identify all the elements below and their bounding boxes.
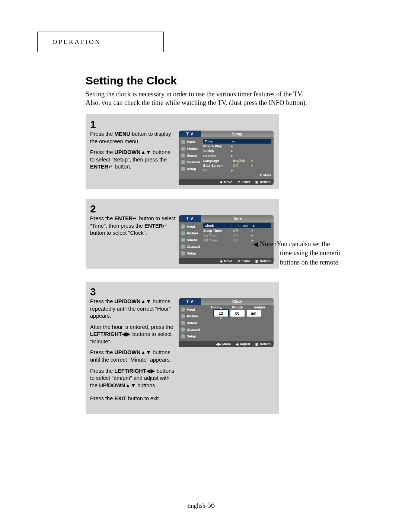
osd-tv-tab: T V (179, 131, 201, 137)
updown-icon: ▲▼ (140, 298, 151, 304)
side-channel: Channel (179, 159, 201, 166)
sound-icon (181, 153, 185, 158)
setup-icon (181, 167, 185, 171)
osd-tv-tab: T V (179, 215, 201, 222)
note-arrow-icon: ◀ Note : (253, 240, 277, 248)
enter-icon: ↵ (108, 164, 113, 170)
osd-content: Hour Minute am/pm ▲ 12 ▼ 00 am (201, 305, 274, 341)
enter-icon: ↵ (133, 215, 137, 221)
picture-icon (181, 147, 185, 151)
menu-row: V-Chip► (203, 148, 271, 153)
page-footer: English-56 (0, 501, 402, 510)
enter-icon: ↵ (163, 223, 168, 229)
setup-icon (181, 334, 185, 339)
channel-icon (181, 244, 185, 249)
menu-row: Blue Screen:Off► (203, 163, 271, 168)
osd-clock-menu: T V Clock Input Picture Sound Channel Se… (179, 298, 274, 347)
hour-box: ▲ 12 ▼ (214, 310, 228, 317)
down-arrow-icon: ▼ (220, 317, 223, 320)
updown-icon: ▲▼ (140, 149, 151, 155)
osd-setup-menu: T V Setup Input Picture Sound Channel Se… (179, 131, 274, 185)
side-input: Input (179, 139, 201, 145)
return-icon: ▥ (255, 342, 259, 346)
picture-icon (181, 314, 185, 318)
step-1: 1 Press the MENU button to display the o… (86, 114, 279, 189)
leftright-icon: ◀▶ (122, 331, 131, 337)
section-label: OPERATION (52, 38, 101, 46)
osd-footer: ◆Move ↵Enter ▥Return (179, 179, 274, 185)
up-arrow-icon: ▲ (220, 306, 223, 310)
move-icon: ◆ (220, 259, 223, 263)
hour-header: Hour (204, 305, 226, 309)
step-3: 3 Press the UP/DOWN▲▼ buttons repeatedly… (86, 282, 279, 414)
side-setup: Setup (179, 166, 201, 172)
updown-icon: ▲▼ (125, 382, 136, 388)
osd-sidebar: Input Picture Sound Channel Setup (179, 137, 201, 179)
sound-icon (181, 238, 185, 242)
ampm-box: am (247, 310, 261, 317)
channel-icon (181, 327, 185, 332)
updown-icon: ▲▼ (140, 349, 151, 355)
menu-row: Language:English► (203, 158, 271, 163)
intro-text: Setting the clock is necessary in order … (86, 90, 376, 107)
step-2-text: Press the ENTER↵ button to select "Time"… (90, 215, 176, 241)
menu-row: PC► (203, 168, 271, 173)
step-3-text: Press the UP/DOWN▲▼ buttons repeatedly u… (90, 298, 176, 406)
menu-row: Caption► (203, 153, 271, 158)
input-icon (181, 140, 185, 144)
step-number: 2 (90, 203, 279, 215)
enter-footer-icon: ↵ (237, 259, 240, 263)
menu-row: Time► (203, 139, 271, 144)
clock-headers: Hour Minute am/pm (203, 305, 271, 310)
step-2: 2 Press the ENTER↵ button to select "Tim… (86, 199, 279, 269)
input-icon (181, 224, 185, 229)
return-icon: ▥ (255, 180, 259, 184)
move-h-icon: ◀▶ (216, 342, 221, 346)
menu-more: ▼ More (203, 173, 271, 177)
leftright-icon: ◀▶ (146, 368, 155, 374)
osd-sidebar: Input Picture Sound Channel Setup (179, 305, 201, 341)
picture-icon (181, 231, 185, 235)
adjust-icon: ◆ (236, 342, 239, 346)
menu-row: Sleep Timer:Off► (203, 228, 271, 233)
step-number: 3 (90, 286, 279, 298)
move-icon: ◆ (220, 180, 223, 184)
osd-title: Setup (201, 131, 274, 137)
osd-sidebar: Input Picture Sound Channel Setup (179, 222, 201, 258)
side-sound: Sound (179, 152, 201, 159)
clock-value-row: ▲ 12 ▼ 00 am (203, 310, 271, 317)
side-picture: Picture (179, 145, 201, 152)
channel-icon (181, 160, 185, 164)
setup-icon (181, 251, 185, 256)
menu-row: Plug & Play► (203, 144, 271, 148)
minute-header: Minute (226, 305, 249, 309)
section-header-box: OPERATION (37, 32, 164, 52)
menu-row: On Timer:Off► (203, 233, 271, 238)
step-number: 1 (90, 119, 279, 131)
input-icon (181, 307, 185, 312)
ampm-header: am/pm (248, 305, 271, 309)
osd-tv-tab: T V (179, 298, 201, 305)
side-note: ◀ Note :You can also set the time using … (253, 240, 357, 267)
osd-title: Clock (201, 298, 274, 305)
sound-icon (181, 321, 185, 325)
page-title: Setting the Clock (86, 74, 368, 87)
osd-title: Time (201, 215, 274, 222)
osd-content: Time► Plug & Play► V-Chip► Caption► Lang… (201, 137, 274, 179)
step-1-text: Press the MENU button to display the on-… (90, 131, 176, 174)
osd-footer: ◀▶Move ◆Adjust ▥Return (179, 341, 274, 347)
minute-box: 00 (230, 310, 245, 317)
menu-row: Clock:-- : -- am► (203, 223, 271, 228)
enter-footer-icon: ↵ (237, 180, 240, 184)
